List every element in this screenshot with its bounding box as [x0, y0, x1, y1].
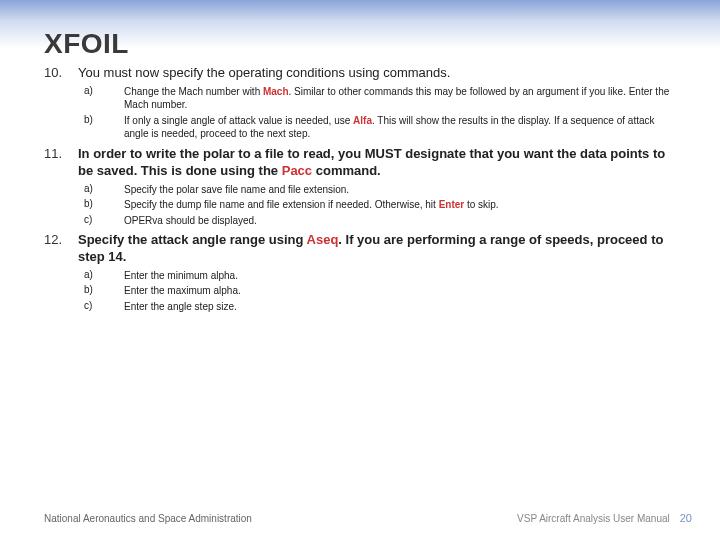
sub-label: a) [84, 183, 124, 197]
sub-label: b) [84, 198, 124, 212]
sub-label: b) [84, 284, 124, 298]
item-number: 10. [44, 65, 78, 143]
footer: National Aeronautics and Space Administr… [0, 512, 720, 524]
command: Aseq [307, 232, 339, 247]
sub-item: c)OPERva should be displayed. [84, 214, 676, 228]
command: Mach [263, 86, 289, 97]
sub-text: OPERva should be displayed. [124, 214, 676, 228]
item-text: Specify the attack angle range using Ase… [78, 232, 676, 266]
sub-text: Change the Mach number with Mach. Simila… [124, 85, 676, 112]
page-title: XFOIL [44, 28, 676, 60]
item-number: 11. [44, 146, 78, 229]
sub-item: a)Specify the polar save file name and f… [84, 183, 676, 197]
footer-manual: VSP Aircraft Analysis User Manual [517, 513, 670, 524]
command: Pacc [282, 163, 312, 178]
item-text: In order to write the polar to a file to… [78, 146, 676, 180]
sub-list: a)Change the Mach number with Mach. Simi… [84, 85, 676, 141]
sub-item: b)Enter the maximum alpha. [84, 284, 676, 298]
sub-item: a)Change the Mach number with Mach. Simi… [84, 85, 676, 112]
slide: XFOIL 10.You must now specify the operat… [0, 0, 720, 540]
item-body: In order to write the polar to a file to… [78, 146, 676, 229]
sub-label: c) [84, 214, 124, 228]
list-item: 12.Specify the attack angle range using … [44, 232, 676, 315]
footer-right: VSP Aircraft Analysis User Manual 20 [517, 512, 692, 524]
item-number: 12. [44, 232, 78, 315]
sub-item: b)If only a single angle of attack value… [84, 114, 676, 141]
command: Alfa [353, 115, 372, 126]
sub-item: c)Enter the angle step size. [84, 300, 676, 314]
sub-label: b) [84, 114, 124, 141]
sub-list: a)Enter the minimum alpha.b)Enter the ma… [84, 269, 676, 314]
item-body: You must now specify the operating condi… [78, 65, 676, 143]
sub-text: Specify the polar save file name and fil… [124, 183, 676, 197]
sub-label: a) [84, 269, 124, 283]
key-name: Enter [439, 199, 465, 210]
content-area: XFOIL 10.You must now specify the operat… [0, 0, 720, 315]
list-item: 10.You must now specify the operating co… [44, 65, 676, 143]
footer-left: National Aeronautics and Space Administr… [44, 513, 252, 524]
sub-text: Specify the dump file name and file exte… [124, 198, 676, 212]
sub-text: Enter the maximum alpha. [124, 284, 676, 298]
sub-label: a) [84, 85, 124, 112]
list-item: 11.In order to write the polar to a file… [44, 146, 676, 229]
sub-text: If only a single angle of attack value i… [124, 114, 676, 141]
sub-text: Enter the angle step size. [124, 300, 676, 314]
numbered-list: 10.You must now specify the operating co… [44, 65, 676, 315]
page-number: 20 [680, 512, 692, 524]
sub-item: b)Specify the dump file name and file ex… [84, 198, 676, 212]
sub-label: c) [84, 300, 124, 314]
item-text: You must now specify the operating condi… [78, 65, 676, 82]
sub-text: Enter the minimum alpha. [124, 269, 676, 283]
sub-list: a)Specify the polar save file name and f… [84, 183, 676, 228]
item-body: Specify the attack angle range using Ase… [78, 232, 676, 315]
sub-item: a)Enter the minimum alpha. [84, 269, 676, 283]
